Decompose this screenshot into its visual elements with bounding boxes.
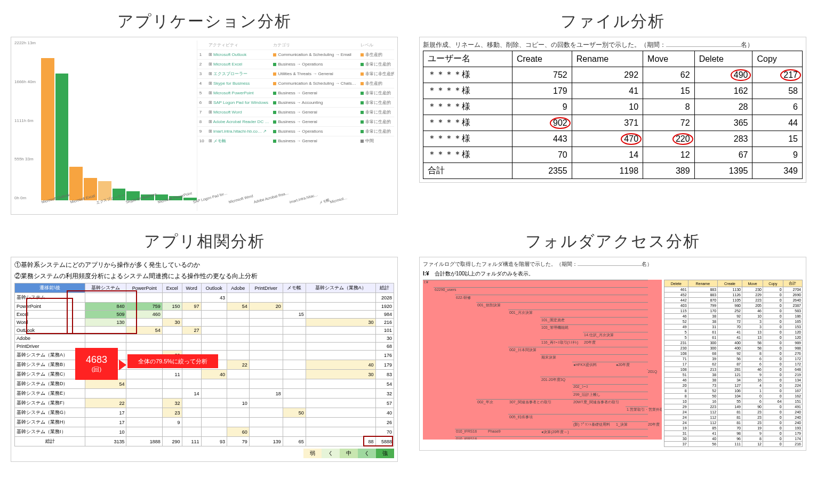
- table-row: Adobe30: [15, 335, 394, 343]
- table-row: 基幹システム（業務H）17926: [15, 418, 394, 427]
- folder-tree: I:¥62290_users622-研修001_個別決算001_月次決算101_…: [423, 280, 662, 440]
- app-activity-table: アクティビティカテゴリレベルアクティ…合計時間1⊞ Microsoft Outl…: [197, 40, 394, 211]
- panel-app-title: アプリケーション分析: [117, 11, 292, 32]
- table-row: 30409680174: [664, 436, 803, 442]
- table-row: 7⊞ Microsoft WordBusiness → General非常に生産…: [197, 108, 394, 117]
- table-row: 2411281230240: [664, 415, 803, 420]
- panel-corr-title: アプリ相関分析: [144, 231, 265, 253]
- table-row: 2⊞ Microsoft ExcelBusiness → Operations非…: [197, 60, 394, 69]
- table-row: Word1303030216: [15, 319, 394, 327]
- table-row: 56141130120: [664, 330, 803, 335]
- file-operations-table: ユーザー名CreateRenameMoveDeleteCopy＊＊＊＊様7522…: [423, 51, 803, 179]
- bar: [69, 167, 83, 200]
- corr-desc-2: ②業務システムの利用頻度分析によるシステム間連携による操作性の更なる向上分析: [14, 272, 394, 281]
- table-row: 基幹システム（業務C）11403083: [15, 370, 394, 379]
- table-row: 85210610167: [664, 388, 803, 394]
- bar: [55, 74, 69, 200]
- tree-node: I:¥: [423, 280, 648, 284]
- table-row-total: 総計31351888290111937913965885888: [15, 437, 394, 446]
- table-row: 198570190193: [664, 426, 803, 431]
- table-row: 基幹システム（業務E）141832: [15, 389, 394, 399]
- tree-node: 20年度: [647, 421, 648, 427]
- tree-node: 14.仕訳_月次決算: [583, 332, 648, 338]
- table-row: 56141130120: [664, 335, 803, 340]
- table-row: 207312740224: [664, 383, 803, 388]
- table-row: 71395660172: [664, 356, 803, 362]
- table-row: ＊＊＊＊様9108286: [423, 99, 803, 115]
- table-row: 10⊞ メモ帳Business → General中間59:13:5999:01…: [197, 136, 394, 146]
- table-row: ＊＊＊＊様701412679: [423, 147, 803, 163]
- table-row: ＊＊＊＊様179411516258: [423, 83, 803, 99]
- table-row: 230300400580988: [664, 346, 803, 351]
- panel-app-body: 2222h 13m1666h 40m1111h 6m555h 33m0h 0m …: [11, 37, 398, 215]
- panel-file-analysis: ファイル分析 新規作成、リネーム、移動、削除、コピー、の回数をユーザー別で示した…: [419, 11, 806, 215]
- corr-desc-1: ①基幹系システムにどのアプリから操作が多く発生しているのか: [14, 261, 394, 270]
- table-row: 85010400162: [664, 394, 803, 399]
- table-row: 1⊞ Microsoft OutlookCommunication & Sche…: [197, 50, 394, 60]
- tree-node: 1_決算: [615, 421, 648, 427]
- table-row: 2411281230240: [664, 410, 803, 415]
- table-row: OutLook5427101: [15, 327, 394, 335]
- panel-corr-body: ①基幹系システムにどのアプリから操作が多く発生しているのか ②業務システムの利用…: [11, 257, 398, 462]
- table-row: 基幹システム（業務I）106070: [15, 427, 394, 437]
- table-row: 101655664151: [664, 399, 803, 404]
- table-row: 基幹システム（業務F）22321057: [15, 399, 394, 408]
- correlation-legend: 弱く中く強: [14, 449, 394, 458]
- panel-file-body: 新規作成、リネーム、移動、削除、コピー、の回数をユーザー別で示した。（期間：名）…: [419, 37, 806, 183]
- table-row: 52387230165: [664, 319, 803, 324]
- table-row: 108689280276: [664, 351, 803, 356]
- file-caption: 新規作成、リネーム、移動、削除、コピー、の回数をユーザー別で示した。（期間：名）: [423, 40, 803, 50]
- table-row: 5⊞ Microsoft PowerPointBusiness → Genera…: [197, 88, 394, 98]
- folder-caption: ファイルログで取得したフォルダ構造を階層で示した。（期間：名）: [423, 261, 803, 268]
- panel-folder-access: フォルダアクセス分析 ファイルログで取得したフォルダ構造を階層で示した。（期間：…: [419, 231, 806, 462]
- table-row: 461883113023002704: [664, 287, 803, 292]
- tree-node: 期末決算: [540, 354, 648, 360]
- callout-text: 全体の79.5%に絞って分析: [127, 354, 218, 368]
- table-row: 基幹システム（業務G）17235040: [15, 408, 394, 418]
- table-row: 231300400580989: [664, 340, 803, 346]
- table-row: 108213281460648: [664, 367, 803, 372]
- table-row: 17628760172: [664, 362, 803, 367]
- table-row: ＊＊＊＊様75229262490217: [423, 67, 803, 83]
- app-bar-chart: 2222h 13m1666h 40m1111h 6m555h 33m0h 0m …: [14, 40, 197, 211]
- table-row: 442870110522302640: [664, 298, 803, 303]
- bar: [41, 58, 54, 200]
- dashboard-grid: アプリケーション分析 2222h 13m1666h 40m1111h 6m555…: [11, 11, 806, 462]
- table-row: PowerPoint8407591509754201920: [15, 303, 394, 311]
- table-row: PrintDriver68: [15, 343, 394, 351]
- table-row: 3⊞ エクスプローラーUtilities & Threats → General…: [197, 69, 394, 79]
- arrow-icon: [119, 360, 126, 371]
- table-row: 49317030153: [664, 324, 803, 330]
- table-row-total: 合計235511983891395349: [423, 163, 803, 179]
- panel-folder-title: フォルダアクセス分析: [525, 231, 700, 253]
- tree-node: 62290_users: [434, 287, 648, 291]
- tree-node: 001_月次決算: [508, 310, 648, 315]
- tree-node: ●決算(20年度～): [540, 429, 648, 435]
- tree-node: 622-研修: [455, 295, 648, 300]
- table-row: ＊＊＊＊様9023717236544: [423, 115, 803, 131]
- table-row: 基幹システム（業務D）5454: [15, 379, 394, 389]
- table-row: 452883112622902690: [664, 292, 803, 298]
- tree-node: 002_日本間決算: [508, 347, 648, 353]
- tree-node: 201Q: [647, 369, 648, 373]
- table-row: 31419890179: [664, 431, 803, 436]
- tree-node: 101_固定資産: [540, 317, 648, 323]
- panel-file-title: ファイル分析: [560, 11, 665, 32]
- tree-node: 201-20年度3Q: [540, 377, 648, 383]
- tree-node: 202_ｼｰｽ: [572, 384, 648, 388]
- table-row: 3756111120216: [664, 442, 803, 447]
- tree-node: 103_管理機能統: [540, 324, 648, 330]
- folder-stats-table: DeleteRenameCreateMoveCopy合計461883113023…: [664, 280, 803, 447]
- panel-folder-body: ファイルログで取得したフォルダ構造を階層で示した。（期間：名） I:¥ 合計数が…: [419, 257, 806, 451]
- tree-node: 005_特殊事項: [508, 414, 648, 420]
- tree-node: 299_旧計上帳し: [572, 392, 648, 397]
- table-row: 463834160134: [664, 378, 803, 383]
- table-row: 513812190219: [664, 372, 803, 378]
- table-row: 4⊞ Skype for BusinessCommunication & Sch…: [197, 79, 394, 88]
- table-row: 基幹システム432028: [15, 293, 394, 303]
- table-row: ＊＊＊＊様44347022028315: [423, 131, 803, 147]
- table-row: 8⊞ Adobe Acrobat Reader DC …Business → G…: [197, 117, 394, 127]
- table-row: 9⊞ imart.intra.hitachi-hb.co… ↗Business …: [197, 127, 394, 136]
- panel-app-analysis: アプリケーション分析 2222h 13m1666h 40m1111h 6m555…: [11, 11, 398, 215]
- panel-correlation: アプリ相関分析 ①基幹系システムにどのアプリから操作が多く発生しているのか ②業…: [11, 231, 398, 462]
